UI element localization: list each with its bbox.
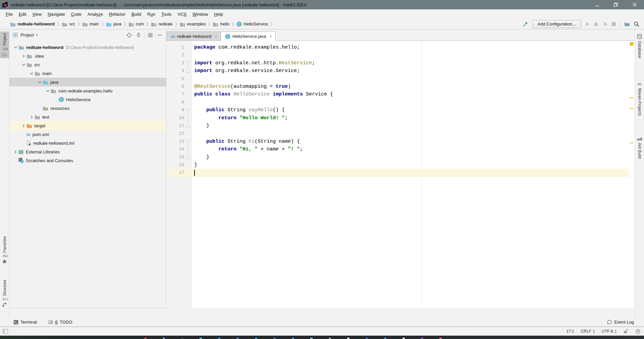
code-line-10[interactable]: return "Hello World! "; — [194, 114, 288, 122]
tree-item-scratches-and-consoles[interactable]: Scratches and Consoles — [9, 156, 166, 165]
fold-start-icon[interactable] — [186, 106, 190, 114]
tree-item-redkale-helloword-iml[interactable]: redkale-helloword.iml — [9, 139, 166, 147]
project-panel-dropdown-icon[interactable]: ▾ — [36, 33, 38, 37]
code-line-9[interactable]: public String sayHello() { — [194, 106, 285, 114]
debug-icon[interactable] — [594, 21, 599, 26]
menu-view[interactable]: View — [29, 10, 45, 18]
tree-item-src[interactable]: src — [9, 60, 166, 69]
code-line-15[interactable]: } — [194, 153, 209, 161]
add-configuration-button[interactable]: Add Configuration... — [532, 20, 581, 28]
menu-file[interactable]: File — [3, 10, 16, 18]
code-line-13[interactable]: public String hi(String name) { — [194, 138, 300, 145]
menu-build[interactable]: Build — [128, 10, 144, 18]
stripe-button-database[interactable]: Database — [635, 32, 644, 60]
restore-button[interactable] — [606, 0, 625, 9]
tree-item-test[interactable]: test — [9, 113, 166, 121]
settings-gear-icon[interactable] — [147, 31, 154, 39]
menu-help[interactable]: Help — [211, 10, 226, 18]
stripe-button-1-project[interactable]: 1: Project — [0, 31, 9, 58]
tree-expanded-chevron-icon[interactable] — [45, 88, 51, 94]
menu-code[interactable]: Code — [68, 10, 85, 18]
tree-expanded-chevron-icon[interactable] — [29, 71, 35, 76]
toolwindow-button-terminal[interactable]: Terminal — [13, 320, 37, 325]
tree-item-resources[interactable]: resources — [9, 104, 166, 113]
breadcrumb-item-main[interactable]: main — [82, 21, 99, 26]
code-editor[interactable]: 1package com.redkale.examples.hello;23im… — [167, 41, 635, 308]
minimize-button[interactable] — [588, 0, 606, 9]
inspection-status-square[interactable] — [630, 42, 633, 46]
code-line-6[interactable]: @RestService(automapping = true) — [194, 83, 291, 90]
stripe-button-2-favorites[interactable]: 2: Favorites — [0, 234, 9, 266]
menu-window[interactable]: Window — [190, 10, 211, 18]
toolwindow-toggle-icon[interactable] — [3, 329, 8, 334]
search-everywhere-icon[interactable] — [634, 21, 639, 27]
fold-start-icon[interactable] — [186, 59, 190, 67]
tree-item-redkale-helloword[interactable]: redkale-hellowordD:\Java-Projects\redkal… — [9, 43, 166, 52]
menu-analyze[interactable]: Analyze — [85, 10, 106, 18]
code-line-14[interactable]: return "Hi, " + name + "! "; — [194, 145, 303, 153]
stripe-button-ant-build[interactable]: Ant Build — [635, 135, 644, 160]
hector-inspections-icon[interactable] — [635, 329, 641, 334]
menu-edit[interactable]: Edit — [16, 10, 29, 18]
menu-vcs[interactable]: VCS — [174, 10, 190, 18]
tree-item-com-redkale-examples-hello[interactable]: com.redkale.examples.hello — [9, 86, 166, 95]
code-line-3[interactable]: import org.redkale.net.http.RestService; — [194, 59, 315, 67]
menu-navigate[interactable]: Navigate — [45, 10, 68, 18]
build-hammer-icon[interactable] — [522, 21, 528, 27]
warning-stripe-mark[interactable] — [630, 97, 633, 98]
stripe-button-7-structure[interactable]: 7: Structure — [0, 278, 9, 309]
breadcrumb-item-src[interactable]: src — [62, 21, 75, 26]
warning-stripe-mark[interactable] — [630, 108, 633, 109]
fold-end-icon[interactable] — [186, 67, 190, 75]
breadcrumb-item-hello[interactable]: hello — [213, 21, 229, 26]
editor-tab-redkale-helloword[interactable]: mredkale-helloword× — [167, 31, 221, 41]
encoding-widget[interactable]: UTF-8 — [602, 329, 617, 334]
run-with-coverage-icon[interactable] — [603, 21, 608, 26]
fold-end-icon[interactable] — [186, 153, 190, 161]
tree-item-pom-xml[interactable]: mpom.xml — [9, 130, 166, 139]
hide-panel-icon[interactable] — [156, 31, 163, 39]
code-line-11[interactable]: } — [194, 122, 209, 130]
tree-collapsed-chevron-icon[interactable] — [29, 114, 35, 120]
menu-refactor[interactable]: Refactor — [106, 10, 128, 18]
tab-close-icon[interactable]: × — [268, 34, 272, 39]
breadcrumb-item-redkale[interactable]: redkale — [151, 21, 173, 26]
breadcrumb-item-com[interactable]: com — [128, 21, 144, 26]
tree-expanded-chevron-icon[interactable] — [21, 62, 26, 68]
tree-collapsed-chevron-icon[interactable] — [21, 123, 26, 129]
breadcrumb-item-redkale-helloword[interactable]: redkale-helloword — [10, 21, 55, 26]
stop-icon[interactable] — [612, 22, 616, 26]
tree-item-external-libraries[interactable]: External Libraries — [9, 147, 166, 156]
collapse-all-icon[interactable] — [135, 31, 142, 39]
menu-run[interactable]: Run — [144, 10, 158, 18]
tree-expanded-chevron-icon[interactable] — [37, 79, 43, 85]
tree-item-java[interactable]: java — [9, 78, 166, 86]
tree-collapsed-chevron-icon[interactable] — [21, 53, 26, 59]
warning-stripe-mark[interactable] — [630, 142, 633, 143]
stripe-button-maven-projects[interactable]: mMaven Projects — [635, 80, 644, 118]
caret-position-widget[interactable]: 17:1 — [566, 329, 574, 334]
fold-start-icon[interactable] — [186, 138, 190, 145]
code-line-1[interactable]: package com.redkale.examples.hello; — [194, 44, 300, 51]
code-line-7[interactable]: public class HelloService implements Ser… — [194, 90, 333, 98]
run-icon[interactable] — [585, 22, 590, 26]
editor-tab-helloservice-java[interactable]: CHelloService.java× — [221, 31, 276, 41]
tree-item-idea[interactable]: .idea — [9, 52, 166, 60]
locate-file-icon[interactable] — [125, 31, 133, 39]
breadcrumb-item-helloservice[interactable]: CHelloService — [236, 21, 268, 27]
menu-tools[interactable]: Tools — [158, 10, 174, 18]
code-line-16[interactable]: } — [194, 161, 197, 169]
tree-item-target[interactable]: target — [9, 121, 166, 130]
tree-expanded-chevron-icon[interactable] — [13, 45, 18, 50]
breadcrumb-item-java[interactable]: java — [106, 21, 121, 26]
breadcrumb-item-examples[interactable]: examples — [180, 21, 206, 26]
project-panel-title[interactable]: Project — [20, 32, 34, 38]
close-button[interactable] — [625, 0, 644, 9]
line-separator-widget[interactable]: CRLF — [581, 329, 595, 334]
fold-end-icon[interactable] — [186, 122, 190, 130]
windows-taskbar[interactable] — [0, 336, 644, 339]
tree-collapsed-chevron-icon[interactable] — [13, 149, 18, 155]
tree-item-main[interactable]: main — [9, 69, 166, 78]
project-structure-icon[interactable] — [624, 22, 630, 26]
tab-close-icon[interactable]: × — [213, 34, 217, 39]
